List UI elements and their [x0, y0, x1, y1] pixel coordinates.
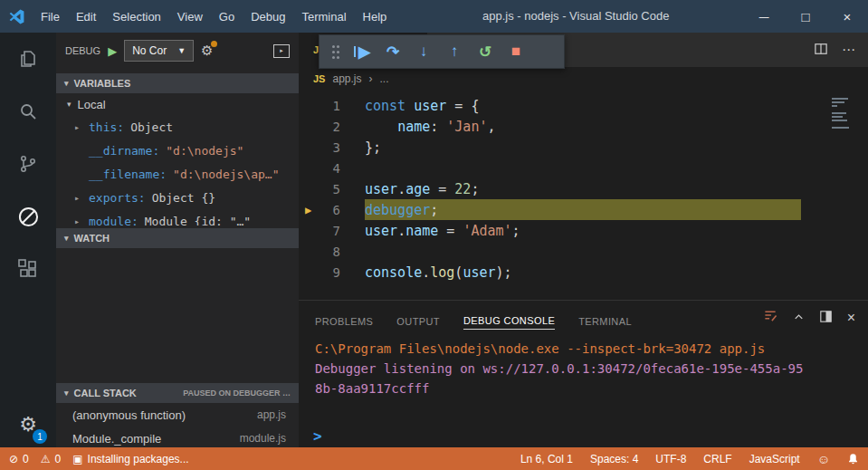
code-line[interactable]: 5 user.age = 22;: [299, 178, 868, 199]
variable-name: __filename:: [89, 168, 167, 181]
close-panel-icon[interactable]: ×: [847, 310, 855, 326]
close-button[interactable]: ×: [826, 0, 868, 33]
line-number[interactable]: 2: [299, 120, 340, 134]
variables-section-header[interactable]: ▾ VARIABLES: [56, 73, 299, 93]
code-line[interactable]: 4: [299, 158, 868, 178]
menu-terminal[interactable]: Terminal: [293, 0, 354, 33]
error-count[interactable]: ⊘ 0: [9, 453, 29, 465]
debug-config-dropdown[interactable]: No Cor ▼: [124, 40, 194, 62]
tab-problems[interactable]: PROBLEMS: [315, 316, 373, 330]
console-input[interactable]: >: [299, 426, 868, 446]
line-number[interactable]: 1: [299, 99, 340, 113]
clear-console-icon[interactable]: [763, 309, 777, 326]
status-message[interactable]: ▣ Installing packages...: [72, 453, 188, 465]
restart-button[interactable]: ↺: [470, 43, 501, 62]
indentation-setting[interactable]: Spaces: 4: [590, 453, 638, 465]
debug-console-output: C:\Program Files\nodejs\node.exe --inspe…: [299, 333, 868, 398]
tab-debug-console[interactable]: DEBUG CONSOLE: [463, 315, 555, 330]
variable-row-exports[interactable]: ▸ exports: Object {}: [56, 186, 299, 209]
explorer-icon[interactable]: [0, 33, 56, 85]
language-mode[interactable]: JavaScript: [749, 453, 800, 465]
line-content: user.age = 22;: [365, 178, 801, 199]
scope-local[interactable]: ▾ Local: [56, 93, 299, 115]
warning-count[interactable]: ⚠ 0: [41, 453, 61, 465]
variable-row-dirname[interactable]: __dirname: "d:\nodejs": [56, 139, 299, 162]
paused-badge: PAUSED ON DEBUGGER …: [183, 388, 291, 398]
step-out-button[interactable]: ↑: [439, 43, 470, 61]
menu-file[interactable]: File: [33, 0, 68, 33]
code-line[interactable]: 3 };: [299, 137, 868, 158]
expand-arrow-icon[interactable]: ▸: [74, 193, 89, 203]
menu-debug[interactable]: Debug: [243, 0, 293, 33]
breadcrumb[interactable]: JS app.js › ...: [299, 67, 868, 91]
breadcrumb-symbol[interactable]: ...: [380, 72, 389, 85]
open-debug-console-icon[interactable]: ▸: [273, 44, 290, 58]
extensions-icon[interactable]: [0, 243, 56, 295]
debug-icon[interactable]: [0, 190, 56, 243]
encoding-setting[interactable]: UTF-8: [655, 453, 686, 465]
code-token: name: [405, 223, 438, 239]
code-line[interactable]: 2 name: 'Jan',: [299, 116, 868, 137]
stop-button[interactable]: ■: [501, 43, 531, 61]
start-debug-icon[interactable]: ▶: [108, 44, 117, 58]
variable-row-filename[interactable]: __filename: "d:\nodejs\ap…": [56, 162, 299, 186]
code-line-current[interactable]: ▶ 6 debugger;: [299, 199, 868, 220]
code-token: log: [430, 264, 454, 281]
line-content: [365, 158, 801, 178]
bell-icon[interactable]: [847, 453, 859, 465]
debug-toolbar: ▶ ↷ ↓ ↑ ↺ ■: [319, 34, 565, 69]
watch-section: ▾ WATCH: [56, 228, 299, 248]
maximize-button[interactable]: □: [785, 0, 826, 33]
variable-row-module[interactable]: ▸ module: Module {id: "…": [56, 209, 299, 225]
line-number[interactable]: 8: [299, 245, 340, 259]
code-line[interactable]: 8: [299, 241, 868, 262]
source-control-icon[interactable]: [0, 138, 56, 190]
line-number[interactable]: 3: [299, 140, 340, 155]
split-editor-icon[interactable]: [815, 43, 827, 58]
menu-edit[interactable]: Edit: [68, 0, 104, 33]
code-line[interactable]: 7 user.name = 'Adam';: [299, 220, 868, 241]
configure-gear-icon[interactable]: ⚙: [201, 43, 213, 59]
code-line[interactable]: 1 const user = {: [299, 95, 868, 116]
debug-config-value: No Cor: [132, 44, 167, 57]
expand-arrow-icon[interactable]: ▸: [74, 122, 89, 132]
menu-selection[interactable]: Selection: [104, 0, 168, 33]
expand-arrow-icon[interactable]: ▸: [74, 216, 89, 226]
menu-help[interactable]: Help: [355, 0, 396, 33]
call-stack-section-header[interactable]: ▾ CALL STACK PAUSED ON DEBUGGER …: [56, 383, 299, 403]
tab-terminal[interactable]: TERMINAL: [578, 316, 632, 330]
variable-value: Object: [130, 120, 173, 134]
settings-gear-icon[interactable]: ⚙: [0, 413, 56, 436]
stack-frame[interactable]: (anonymous function) app.js: [56, 403, 299, 427]
code-token: user: [365, 181, 397, 197]
minimap[interactable]: [832, 98, 855, 130]
line-number[interactable]: 4: [299, 161, 340, 176]
collapse-panel-icon[interactable]: [793, 310, 805, 326]
step-over-button[interactable]: ↷: [377, 43, 408, 62]
code-line[interactable]: 9 console.log(user);: [299, 262, 868, 283]
breadcrumb-file[interactable]: app.js: [332, 72, 361, 85]
menu-go[interactable]: Go: [211, 0, 243, 33]
menu-view[interactable]: View: [169, 0, 211, 33]
more-actions-icon[interactable]: ⋯: [842, 42, 855, 58]
line-number[interactable]: 7: [299, 224, 340, 238]
line-number[interactable]: 9: [299, 265, 340, 280]
stack-frame[interactable]: Module._compile module.js: [56, 427, 299, 447]
watch-section-header[interactable]: ▾ WATCH: [56, 228, 299, 248]
feedback-smiley-icon[interactable]: ☺: [817, 452, 830, 466]
continue-button[interactable]: ▶: [347, 43, 377, 62]
tab-output[interactable]: OUTPUT: [396, 316, 440, 330]
line-number[interactable]: 5: [299, 182, 340, 197]
maximize-panel-icon[interactable]: [820, 310, 832, 326]
code-editor[interactable]: 1 const user = { 2 name: 'Jan', 3 }; 4 5…: [299, 91, 868, 300]
eol-setting[interactable]: CRLF: [703, 453, 731, 465]
cursor-position[interactable]: Ln 6, Col 1: [520, 453, 573, 465]
search-icon[interactable]: [0, 85, 56, 138]
tab-bar: JS app.js ⋯ ▶ ↷ ↓ ↑ ↺ ■: [299, 33, 868, 67]
minimize-button[interactable]: ─: [743, 0, 785, 33]
step-into-button[interactable]: ↓: [408, 43, 439, 61]
toolbar-drag-handle[interactable]: [330, 44, 341, 59]
code-token: ;: [471, 181, 479, 197]
variable-row-this[interactable]: ▸ this: Object: [56, 115, 299, 139]
code-token: [405, 98, 414, 114]
